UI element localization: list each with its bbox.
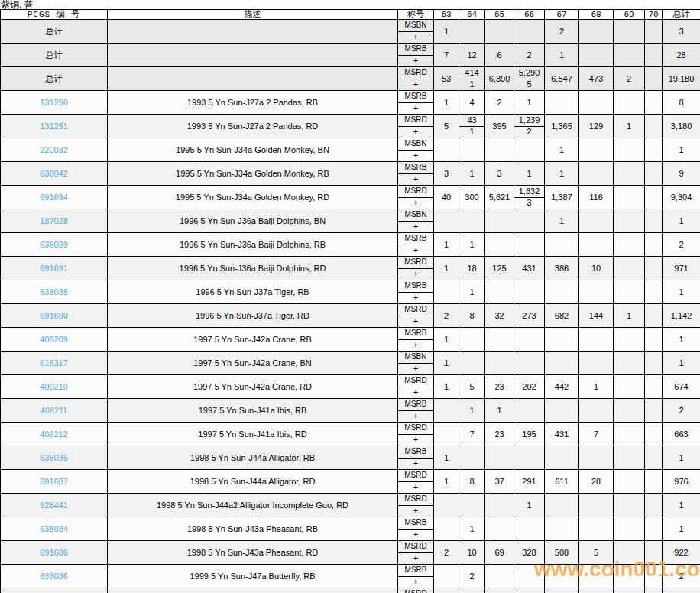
row-total: 1 — [679, 145, 683, 154]
pcgs-number-link[interactable]: 187028 — [40, 216, 68, 225]
pcgs-number-link[interactable]: 691686 — [40, 548, 68, 557]
row-total-cell: 1 — [663, 517, 700, 541]
grade-cell-63: 1 — [434, 588, 459, 593]
coin-description-cell: 1996 5 Yn Sun-J36a Baiji Dolphins, RD — [108, 257, 398, 280]
pcgs-number-link[interactable]: 409211 — [41, 406, 68, 415]
row-total: 663 — [674, 429, 688, 439]
grade-cell-70 — [645, 423, 663, 446]
pcgs-number-link[interactable]: 409212 — [40, 429, 68, 439]
grade-cell-65: 23 — [485, 375, 514, 399]
designation-cell: MSRB+ — [398, 162, 434, 186]
pcgs-number-cell: 691686 — [1, 541, 108, 565]
pcgs-number-link[interactable]: 131291 — [40, 122, 68, 131]
grade-cell-69: 2 — [614, 67, 645, 91]
grade-count: 144 — [589, 311, 603, 320]
grade-cell-65: 69 — [485, 541, 514, 565]
pcgs-number-link[interactable]: 618317 — [40, 358, 68, 368]
designation-label: MSRD — [398, 304, 433, 316]
coin-description: 1997 5 Yn Sun-J41a Ibis, RD — [198, 429, 306, 439]
grade-count: 1 — [444, 264, 449, 273]
grade-cell-68 — [579, 91, 614, 115]
grade-count: 202 — [522, 382, 536, 391]
pcgs-number-link[interactable]: 220032 — [40, 145, 68, 154]
grade-cell-67: 358 — [545, 588, 579, 593]
grade-count: 10 — [467, 548, 476, 557]
row-total: 976 — [674, 477, 688, 486]
pcgs-number-link[interactable]: 638035 — [40, 453, 68, 462]
pcgs-number-link[interactable]: 638038 — [40, 287, 68, 296]
pcgs-number-link[interactable]: 928441 — [40, 501, 68, 510]
total-label-cell: 总计 — [1, 20, 108, 44]
pcgs-number-link[interactable]: 131290 — [40, 98, 68, 107]
grade-cell-64 — [459, 209, 485, 233]
row-total-cell: 1,142 — [663, 304, 700, 328]
table-row: 9284411998 5 Yn Sun-J44a2 Alligator Inco… — [1, 494, 700, 517]
grade-cell-70 — [645, 44, 663, 67]
designation-cell: MSRD+ — [398, 304, 434, 328]
grade-count: 3 — [497, 169, 501, 178]
pcgs-number-link[interactable]: 638034 — [40, 524, 68, 533]
grade-cell-64: 431 — [459, 115, 485, 138]
grade-cell-63: 1 — [434, 20, 459, 44]
plus-designation-label: + — [398, 530, 433, 541]
grade-cell-66 — [514, 565, 545, 588]
grade-cell-64: 1 — [459, 399, 485, 423]
grade-cell-63 — [434, 138, 459, 162]
designation-label: MSBN — [398, 20, 433, 32]
coin-description-cell: 1998 5 Yn Sun-J43a Pheasant, RB — [108, 517, 398, 541]
pcgs-number-link[interactable]: 409210 — [40, 382, 68, 391]
pcgs-number-link[interactable]: 691687 — [40, 477, 68, 486]
row-total-cell: 2 — [663, 233, 700, 257]
grade-cell-68 — [579, 399, 614, 423]
grade-count: 1 — [559, 169, 564, 178]
col-header-pcgs-number: PCGS 编 号 — [1, 10, 108, 20]
grade-cell-67: 611 — [545, 470, 579, 494]
grade-cell-70 — [645, 186, 663, 209]
grade-cell-69 — [614, 138, 645, 162]
grade-cell-67 — [545, 280, 579, 304]
pcgs-number-link[interactable]: 691691 — [40, 264, 68, 273]
pcgs-number-link[interactable]: 691690 — [40, 311, 68, 320]
grade-cell-69 — [614, 494, 645, 517]
pcgs-number-link[interactable]: 638036 — [40, 572, 68, 581]
grade-count: 414 — [459, 67, 484, 79]
designation-label: MSRB — [398, 280, 433, 293]
row-total-cell: 2 — [663, 565, 700, 588]
pcgs-number-link[interactable]: 691694 — [40, 193, 68, 202]
grade-count: 32 — [494, 311, 504, 320]
grade-cell-64: 8 — [459, 588, 485, 593]
pcgs-number-cell: 220032 — [1, 138, 108, 162]
grade-cell-65: 6 — [485, 44, 514, 67]
plus-designation-label: + — [398, 56, 433, 67]
grade-cell-70 — [645, 517, 663, 541]
designation-label: MSRB — [398, 517, 433, 530]
row-total-cell: 2 — [663, 399, 700, 423]
grade-cell-67: 1 — [545, 162, 579, 186]
grade-cell-69 — [614, 209, 645, 233]
coin-description: 1996 5 Yn Sun-J37a Tiger, RD — [196, 311, 309, 320]
grade-cell-64: 1 — [459, 280, 485, 304]
grade-count: 5 — [469, 382, 474, 391]
grade-cell-67: 1 — [545, 138, 579, 162]
grade-cell-66 — [514, 209, 545, 233]
grade-cell-64 — [459, 494, 485, 517]
grade-cell-68: 116 — [579, 186, 614, 209]
plus-designation-label: + — [398, 151, 433, 162]
grade-cell-65: 2 — [485, 91, 514, 115]
pcgs-number-cell: 409211 — [1, 399, 108, 423]
plus-designation-label: + — [398, 553, 433, 565]
grade-count: 1 — [444, 335, 449, 344]
coin-description: 1996 5 Yn Sun-J36a Baiji Dolphins, RD — [180, 264, 326, 273]
grade-cell-70 — [645, 328, 663, 352]
pcgs-number-link[interactable]: 638042 — [40, 169, 68, 178]
coin-description-cell: 1996 5 Yn Sun-J37a Tiger, RB — [108, 280, 398, 304]
grade-cell-69 — [614, 233, 645, 257]
plus-designation-label: + — [398, 364, 433, 375]
grade-cell-64: 1 — [459, 162, 485, 186]
designation-label: MSRD — [398, 375, 433, 387]
grade-cell-63 — [434, 280, 459, 304]
grade-count: 1 — [469, 169, 474, 178]
pcgs-number-link[interactable]: 409209 — [40, 335, 68, 344]
designation-cell: MSRD+ — [398, 186, 434, 209]
pcgs-number-link[interactable]: 638039 — [40, 240, 68, 249]
